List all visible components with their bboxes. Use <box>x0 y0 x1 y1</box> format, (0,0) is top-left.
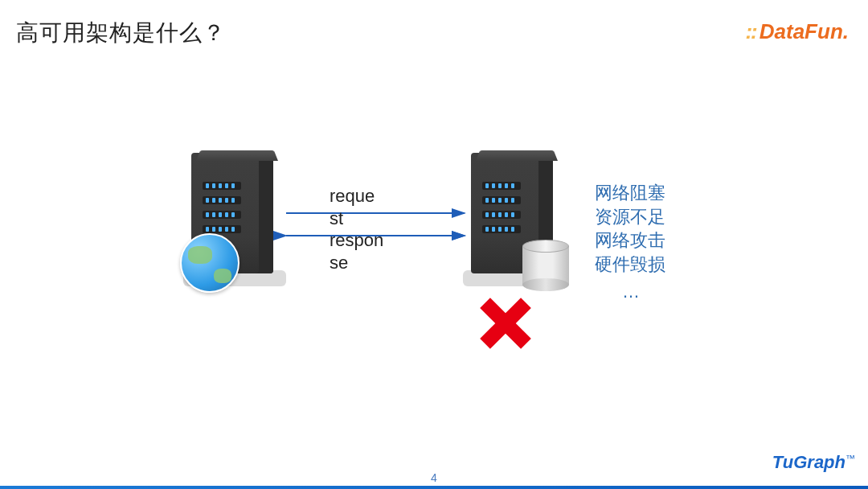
failure-reason-item: 网络攻击 <box>595 228 667 253</box>
trademark-icon: ™ <box>845 453 855 464</box>
logo-tugraph: TuGraph™ <box>772 452 855 473</box>
label-response: respon se <box>330 229 383 273</box>
server-led-row <box>482 182 521 190</box>
server-led-row <box>203 182 241 190</box>
footer-bar <box>0 486 868 489</box>
server-db <box>466 153 563 290</box>
cylinder-bottom <box>522 278 569 291</box>
page-number: 4 <box>431 471 437 484</box>
logo-tugraph-text: TuGraph <box>772 452 845 472</box>
db-cylinder-icon <box>522 240 569 291</box>
diagram-area: reque st respon se 网络阻塞 资源不足 网络攻击 硬件毁损 … <box>0 0 868 489</box>
failure-reason-item: 网络阻塞 <box>595 181 667 205</box>
server-led-row <box>482 225 521 233</box>
failure-reason-ellipsis: … <box>595 280 667 304</box>
failure-reasons-list: 网络阻塞 资源不足 网络攻击 硬件毁损 … <box>595 181 667 303</box>
server-led-row <box>482 211 521 219</box>
globe-icon <box>180 233 240 293</box>
server-led-row <box>482 196 521 204</box>
cylinder-top <box>522 240 569 253</box>
slide: 高可用架构是什么？ ::DataFun. <box>0 0 868 489</box>
server-led-row <box>203 196 241 204</box>
label-request: reque st <box>330 185 383 229</box>
server-led-row <box>203 211 241 219</box>
failure-cross-icon <box>480 298 531 349</box>
server-top <box>196 150 278 161</box>
arrow-labels: reque st respon se <box>330 185 383 273</box>
failure-reason-item: 资源不足 <box>595 205 667 229</box>
server-top <box>476 150 558 161</box>
server-web <box>186 153 283 290</box>
failure-reason-item: 硬件毁损 <box>595 253 667 277</box>
server-led-row <box>203 225 241 233</box>
